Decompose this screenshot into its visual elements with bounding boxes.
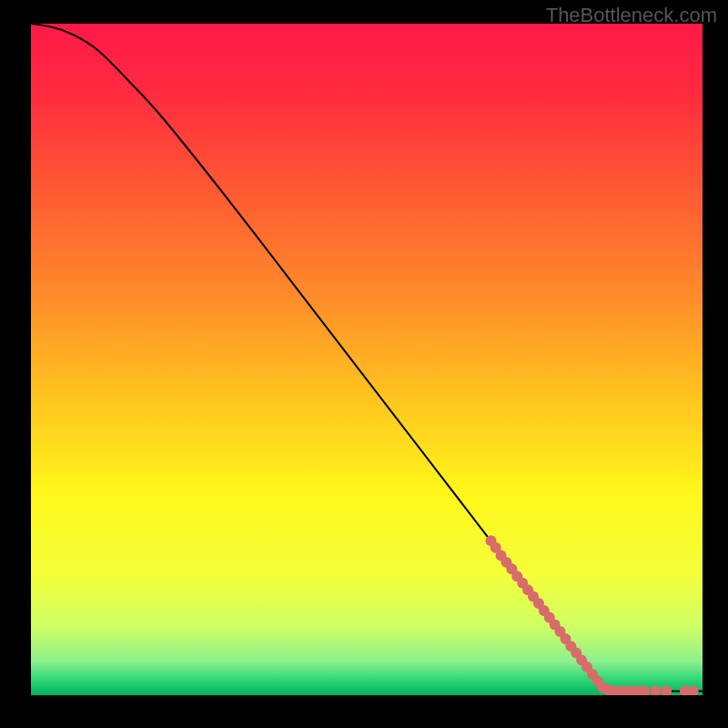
watermark-text: TheBottleneck.com [546, 4, 717, 27]
chart-svg [31, 24, 703, 695]
chart-plot-area [31, 24, 703, 695]
chart-background [31, 24, 703, 695]
